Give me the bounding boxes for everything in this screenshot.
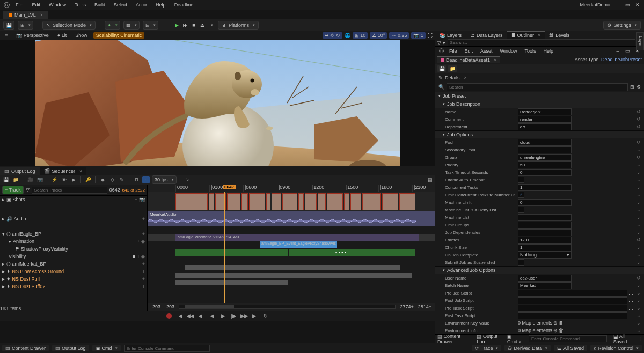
track-meerkat[interactable]: ▸ ⬡amlMeerkat_BP+	[0, 260, 147, 268]
chevron-icon[interactable]: ⌄	[636, 230, 641, 235]
audio-track-row[interactable]: MeerkatAudio	[148, 211, 435, 226]
oncomplete-dropdown[interactable]: Nothing▾	[518, 251, 572, 259]
camera-speed[interactable]: 📷 1	[411, 32, 426, 39]
grid-snap[interactable]: ⊞ 10	[353, 32, 368, 39]
jobdeps-input[interactable]	[518, 229, 572, 236]
add-item-icon[interactable]: ⊕	[553, 328, 558, 333]
asset-menu-help[interactable]: Help	[540, 48, 557, 54]
chevron-icon[interactable]: ⌄	[636, 252, 641, 258]
chevron-icon[interactable]: ⌄	[636, 328, 641, 333]
render-button[interactable]: 🎥	[26, 176, 34, 183]
goto-end-button[interactable]: ▶|	[251, 312, 259, 320]
track-shadow-vis[interactable]: ⚑ShadowProxyVisibility	[0, 245, 147, 253]
add-item-icon[interactable]: ⊕	[553, 320, 558, 326]
key-all-button[interactable]: 🔑	[84, 176, 92, 183]
machlist-input[interactable]	[518, 214, 572, 221]
save-asset-button[interactable]: 💾	[437, 65, 446, 72]
track-visibility[interactable]: Visibility■+ ◆	[0, 253, 147, 260]
track-fx3[interactable]: ▸ ✦NS Dust Puff02+	[0, 283, 147, 290]
save-button[interactable]: 💾	[3, 21, 14, 30]
chevron-icon[interactable]: ⌄	[636, 147, 641, 152]
scalability-badge[interactable]: Scalability: Cinematic	[93, 32, 145, 39]
eject-button[interactable]: ⏏	[199, 21, 206, 29]
posttask-input[interactable]	[518, 312, 627, 319]
reset-icon[interactable]: ↺	[636, 139, 641, 145]
playback-button[interactable]: ▶	[70, 176, 77, 183]
cat-job-options[interactable]: ▾Job Options	[435, 130, 644, 138]
add-content-button[interactable]: ✦	[105, 21, 120, 30]
play-options-dropdown[interactable]	[207, 21, 215, 29]
track-fx2[interactable]: ▸ ✦NS Dust Puff+	[0, 275, 147, 283]
chevron-icon[interactable]: ⌄	[636, 162, 641, 167]
lit-dropdown[interactable]: ● Lit	[55, 32, 69, 39]
pool-input[interactable]	[518, 139, 572, 146]
level-tab[interactable]: Main_LVL ×	[3, 11, 48, 19]
outliner-tab[interactable]: ≣ Outliner×	[507, 31, 545, 39]
sequencer-timeline[interactable]: 0642 0000 |0300 |0600 |0900 |1200 |1500 …	[148, 185, 435, 311]
visibility-track-row[interactable]: • • • •	[148, 249, 435, 256]
save-seq-button[interactable]: 💾	[2, 176, 10, 183]
prejob-input[interactable]	[518, 290, 627, 297]
output-log-button[interactable]: ▤ Output Log	[52, 345, 89, 351]
platforms-dropdown[interactable]: 🖥 Platforms	[218, 21, 259, 30]
snap-button[interactable]: ⊓	[133, 176, 140, 183]
add-icon[interactable]: +	[142, 231, 145, 237]
concurrent-input[interactable]	[518, 184, 572, 191]
preferences-button[interactable]: ⁝	[640, 336, 642, 342]
scale-snap[interactable]: ↔ 0.25	[389, 32, 409, 39]
reset-icon[interactable]: ↺	[636, 237, 641, 242]
range-start[interactable]: -293	[151, 304, 160, 310]
frames-input[interactable]	[518, 237, 572, 244]
details-search-input[interactable]	[447, 83, 628, 91]
asset-menu-edit[interactable]: Edit	[462, 48, 477, 54]
marketplace-button[interactable]: ⊟	[143, 21, 158, 30]
maximize-viewport-button[interactable]: ⛶	[428, 33, 433, 38]
derived-data-dropdown[interactable]: ⛁ Derived Data	[504, 345, 551, 351]
chevron-icon[interactable]: ⌄	[636, 177, 641, 182]
selection-mode-dropdown[interactable]: ↖ Selection Mode	[42, 21, 96, 30]
layers-tab[interactable]: 📚 Layers	[435, 31, 466, 39]
limitcpu-checkbox[interactable]: ✓	[518, 192, 524, 198]
fx-row[interactable]	[148, 279, 435, 286]
content-drawer-button[interactable]: ▤ Content Drawer	[2, 345, 49, 351]
group-input[interactable]	[518, 154, 572, 161]
fx-row[interactable]	[148, 271, 435, 279]
curve-editor-button[interactable]: ∿	[184, 176, 191, 183]
stop-button[interactable]: ■	[190, 21, 197, 29]
levels-tab[interactable]: 🏛 Levels	[545, 31, 574, 39]
camera-button[interactable]: 📷	[36, 176, 43, 183]
angle-snap[interactable]: ∠ 10°	[370, 32, 387, 39]
chunk-input[interactable]	[518, 244, 572, 251]
menu-file[interactable]: File	[12, 1, 27, 9]
edit-button[interactable]: ✎	[118, 176, 126, 183]
menu-window[interactable]: Window	[45, 1, 70, 9]
panel-maximize-button[interactable]: ▭	[623, 48, 632, 54]
browse-icon[interactable]: …	[628, 305, 633, 311]
close-icon[interactable]: ×	[494, 57, 496, 63]
add-icon[interactable]: + ◆	[137, 254, 145, 259]
close-icon[interactable]: ×	[464, 75, 467, 80]
add-icon[interactable]: +	[135, 197, 137, 202]
add-icon[interactable]: +	[142, 216, 145, 222]
browse-asset-button[interactable]: 📁	[448, 65, 457, 72]
menu-tools[interactable]: Tools	[71, 1, 90, 9]
outliner-search-input[interactable]	[448, 39, 635, 46]
browse-button[interactable]: 📁	[12, 176, 19, 183]
skip-button[interactable]: ⏭	[181, 21, 189, 29]
playhead[interactable]	[224, 192, 225, 303]
browse-icon[interactable]: …	[628, 290, 633, 296]
console-input[interactable]	[529, 335, 607, 342]
asset-menu-window[interactable]: Window	[497, 48, 521, 54]
chevron-icon[interactable]: ⌄	[636, 260, 641, 265]
layer-side-tab[interactable]: Layer	[636, 32, 644, 50]
step-back-button[interactable]: ◀◀	[187, 312, 194, 320]
chevron-icon[interactable]: ⌄	[636, 170, 641, 175]
chevron-icon[interactable]: ⌄	[636, 215, 641, 220]
track-eagle[interactable]: ▾ ⬡amlEagle_BP+	[0, 230, 147, 238]
asset-menu-asset[interactable]: Asset	[477, 48, 496, 54]
machlimit-input[interactable]	[518, 199, 572, 206]
chevron-icon[interactable]: ⌄	[636, 283, 641, 288]
output-log-button[interactable]: ▤ Output Log	[477, 334, 504, 344]
play-forward-button[interactable]: ▶	[219, 312, 226, 320]
record-button[interactable]	[165, 312, 173, 320]
